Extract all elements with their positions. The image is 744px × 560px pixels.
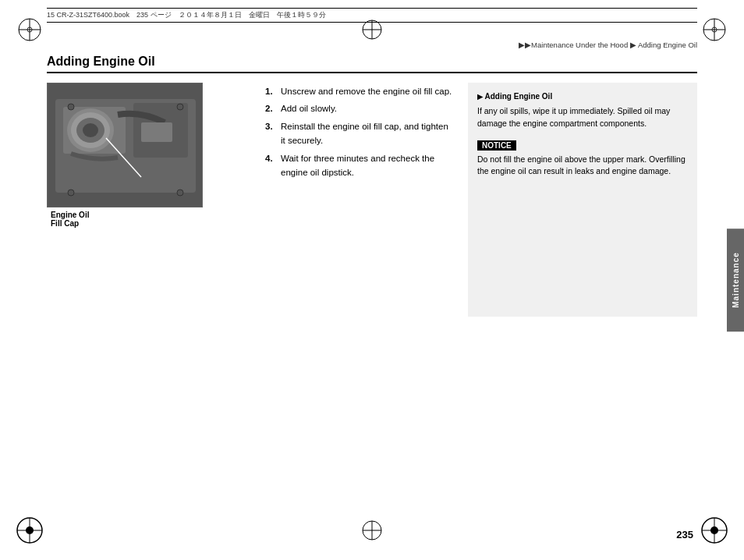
top-bar: 15 CR-Z-31SZT6400.book 235 ページ ２０１４年８月１日…	[47, 8, 697, 23]
reg-mark-bl	[16, 516, 44, 544]
svg-point-33	[68, 190, 74, 196]
notice-box: NOTICE Do not fill the engine oil above …	[477, 140, 688, 179]
steps-column: 1. Unscrew and remove the engine oil fil…	[265, 83, 452, 317]
side-tab-label: Maintenance	[732, 252, 740, 308]
side-notes-bg: Adding Engine Oil If any oil spills, wip…	[468, 83, 697, 317]
page-container: 15 CR-Z-31SZT6400.book 235 ページ ２０１４年８月１日…	[0, 0, 744, 560]
image-caption: Engine Oil Fill Cap	[51, 211, 250, 228]
reg-mark-tr	[700, 16, 728, 44]
side-note-header: Adding Engine Oil	[477, 92, 688, 101]
notice-text: Do not fill the engine oil above the upp…	[477, 154, 688, 179]
svg-point-34	[177, 190, 183, 196]
breadcrumb: ▶▶Maintenance Under the Hood ▶ Adding En…	[519, 41, 697, 49]
two-column-layout: Engine Oil Fill Cap 1. Unscrew and remov…	[47, 83, 697, 317]
step-1: 1. Unscrew and remove the engine oil fil…	[265, 84, 452, 98]
caption-line2: Fill Cap	[51, 219, 79, 228]
svg-point-29	[83, 123, 98, 137]
svg-point-32	[177, 104, 183, 110]
engine-svg	[48, 83, 203, 207]
engine-image	[47, 83, 203, 207]
right-column: Adding Engine Oil If any oil spills, wip…	[468, 83, 697, 317]
svg-rect-30	[141, 122, 172, 142]
svg-point-31	[68, 104, 74, 110]
step-3: 3. Reinstall the engine oil fill cap, an…	[265, 119, 452, 148]
page-number: 235	[676, 529, 693, 541]
reg-mark-tl	[16, 16, 44, 44]
reg-mark-br	[700, 516, 728, 544]
side-tab: Maintenance	[727, 229, 744, 331]
caption-line1: Engine Oil	[51, 211, 89, 219]
svg-point-15	[710, 526, 718, 534]
svg-point-11	[26, 526, 34, 534]
reg-mark-bm	[358, 516, 386, 544]
step-2: 2. Add oil slowly.	[265, 101, 452, 115]
file-info: 15 CR-Z-31SZT6400.book 235 ページ ２０１４年８月１日…	[47, 10, 697, 20]
steps-list: 1. Unscrew and remove the engine oil fil…	[265, 84, 452, 179]
step-4: 4. Wait for three minutes and recheck th…	[265, 151, 452, 180]
engine-image-inner	[48, 83, 202, 207]
content-area: Adding Engine Oil	[47, 55, 697, 513]
page-title: Adding Engine Oil	[47, 55, 697, 73]
side-note-text: If any oil spills, wipe it up immediatel…	[477, 105, 688, 130]
notice-label: NOTICE	[477, 140, 516, 151]
left-column: Engine Oil Fill Cap	[47, 83, 250, 317]
